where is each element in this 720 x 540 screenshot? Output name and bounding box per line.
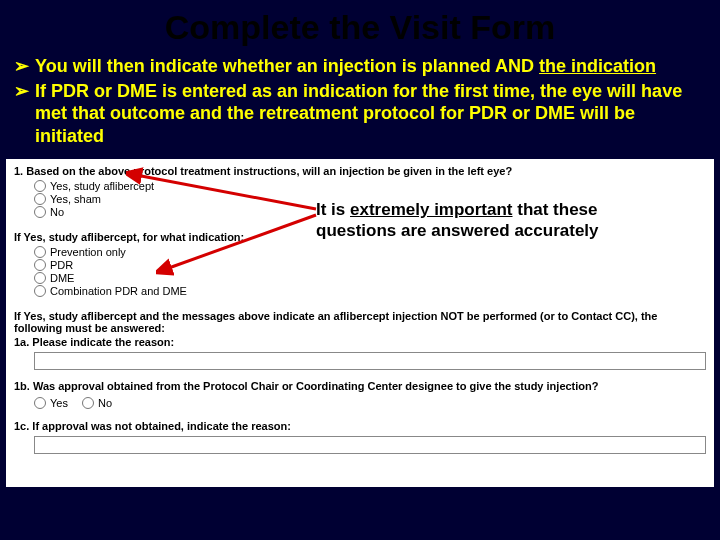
ind-opt-pdr[interactable]: PDR bbox=[34, 259, 714, 271]
q1b-opt-yes[interactable]: Yes bbox=[34, 397, 68, 409]
q1c-input[interactable] bbox=[34, 436, 706, 454]
ind-opt-prevention[interactable]: Prevention only bbox=[34, 246, 714, 258]
callout-text: It is extremely important that these que… bbox=[316, 199, 636, 242]
radio-icon bbox=[34, 397, 46, 409]
radio-icon bbox=[34, 272, 46, 284]
q1a-input[interactable] bbox=[34, 352, 706, 370]
q1b-opt-no[interactable]: No bbox=[82, 397, 112, 409]
bullet-1-text: You will then indicate whether an inject… bbox=[35, 55, 656, 78]
ind-opt-combo[interactable]: Combination PDR and DME bbox=[34, 285, 714, 297]
slide-title: Complete the Visit Form bbox=[0, 0, 720, 51]
q-ifnot: If Yes, study aflibercept and the messag… bbox=[6, 302, 714, 336]
bullet-arrow-icon: ➢ bbox=[14, 80, 29, 103]
bullet-list: ➢ You will then indicate whether an inje… bbox=[0, 51, 720, 157]
radio-icon bbox=[34, 206, 46, 218]
bullet-2-text: If PDR or DME is entered as an indicatio… bbox=[35, 80, 700, 148]
bullet-2: ➢ If PDR or DME is entered as an indicat… bbox=[14, 80, 700, 148]
bullet-1: ➢ You will then indicate whether an inje… bbox=[14, 55, 700, 78]
form-screenshot: 1. Based on the above protocol treatment… bbox=[6, 159, 714, 487]
ind-opt-dme[interactable]: DME bbox=[34, 272, 714, 284]
radio-icon bbox=[34, 285, 46, 297]
indication-options: Prevention only PDR DME Combination PDR … bbox=[6, 246, 714, 302]
q1b-options: Yes No bbox=[6, 394, 714, 414]
q1-opt-aflibercept[interactable]: Yes, study aflibercept bbox=[34, 180, 714, 192]
radio-icon bbox=[34, 180, 46, 192]
radio-icon bbox=[34, 259, 46, 271]
radio-icon bbox=[34, 246, 46, 258]
radio-icon bbox=[82, 397, 94, 409]
q1b-text: 1b. Was approval obtained from the Proto… bbox=[6, 374, 714, 394]
q1-text: 1. Based on the above protocol treatment… bbox=[6, 159, 714, 179]
radio-icon bbox=[34, 193, 46, 205]
q1a-text: 1a. Please indicate the reason: bbox=[6, 336, 714, 350]
q1c-text: 1c. If approval was not obtained, indica… bbox=[6, 414, 714, 434]
bullet-arrow-icon: ➢ bbox=[14, 55, 29, 78]
